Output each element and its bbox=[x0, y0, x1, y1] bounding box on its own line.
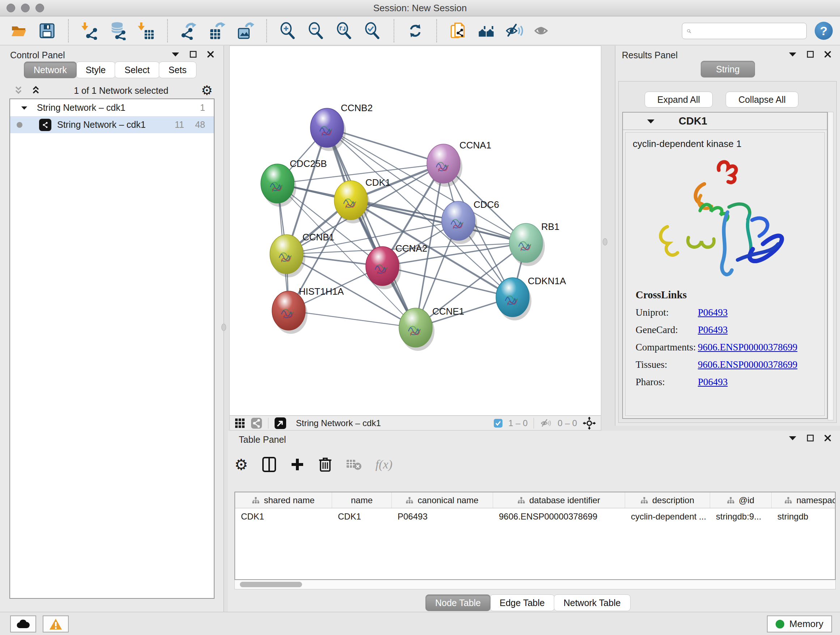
cloud-status-button[interactable] bbox=[10, 616, 36, 632]
column-header-database-identifier[interactable]: database identifier bbox=[493, 492, 625, 508]
grid-view-icon[interactable] bbox=[235, 418, 245, 428]
network-node-CCNA1[interactable] bbox=[427, 144, 460, 183]
apply-layout-button[interactable] bbox=[406, 21, 425, 40]
collapse-all-button[interactable]: Collapse All bbox=[726, 92, 798, 108]
column-header-name[interactable]: name bbox=[332, 492, 392, 508]
table-cell[interactable]: P06493 bbox=[392, 508, 493, 525]
pan-crosshair-icon[interactable] bbox=[583, 417, 596, 430]
zoom-in-button[interactable] bbox=[279, 21, 297, 40]
table-cell[interactable]: 9606.ENSP00000378699 bbox=[493, 508, 625, 525]
results-vertical-scrollbar[interactable] bbox=[828, 112, 834, 420]
function-builder-icon[interactable]: f(x) bbox=[376, 458, 393, 471]
panel-menu-icon[interactable] bbox=[172, 52, 180, 57]
network-node-CDC25B[interactable] bbox=[261, 164, 294, 203]
panel-menu-icon[interactable] bbox=[789, 435, 797, 440]
column-header-canonical-name[interactable]: canonical name bbox=[392, 492, 493, 508]
create-column-plus-icon[interactable] bbox=[290, 457, 305, 472]
warnings-button[interactable] bbox=[43, 616, 69, 632]
network-edge-CCNA2-CDKN1A[interactable] bbox=[382, 266, 513, 297]
tab-network-table[interactable]: Network Table bbox=[554, 594, 630, 611]
network-edge-HIST1H1A-CCNE1[interactable] bbox=[289, 310, 416, 328]
tab-style[interactable]: Style bbox=[76, 62, 116, 78]
collapse-section-icon[interactable] bbox=[647, 119, 655, 124]
network-node-CDKN1A[interactable] bbox=[496, 278, 529, 317]
table-row[interactable]: CDK1CDK1P064939606.ENSP00000378699cyclin… bbox=[235, 508, 835, 525]
export-network-button[interactable] bbox=[180, 21, 198, 40]
scrollbar-thumb[interactable] bbox=[240, 582, 302, 587]
network-node-CCNE1[interactable] bbox=[399, 308, 432, 347]
crosslink-link[interactable]: 9606.ENSP00000378699 bbox=[698, 359, 797, 371]
clone-network-button[interactable] bbox=[448, 21, 467, 40]
tab-select[interactable]: Select bbox=[115, 62, 159, 78]
network-node-CDK1[interactable] bbox=[334, 181, 368, 220]
export-table-button[interactable] bbox=[208, 21, 226, 40]
table-settings-gear-icon[interactable]: ⚙ bbox=[234, 456, 248, 473]
table-cell[interactable]: CDK1 bbox=[332, 508, 392, 525]
import-network-file-button[interactable] bbox=[80, 21, 99, 40]
network-node-RB1[interactable] bbox=[509, 223, 543, 263]
selected-indicator-checkbox[interactable] bbox=[494, 419, 502, 428]
network-edge-CCNB2-CCNE1[interactable] bbox=[327, 128, 416, 328]
save-session-button[interactable] bbox=[38, 21, 57, 40]
crosslink-link[interactable]: P06493 bbox=[698, 325, 728, 336]
delete-column-trash-icon[interactable] bbox=[318, 456, 332, 472]
float-panel-icon[interactable] bbox=[807, 434, 814, 442]
import-table-file-button[interactable] bbox=[137, 21, 156, 40]
crosslink-link[interactable]: P06493 bbox=[698, 377, 728, 388]
close-panel-icon[interactable] bbox=[207, 51, 214, 58]
network-row[interactable]: String Network – cdk11148 bbox=[10, 116, 214, 133]
network-options-gear-icon[interactable]: ⚙ bbox=[201, 85, 213, 96]
tab-sets[interactable]: Sets bbox=[159, 62, 196, 78]
birdseye-view-icon[interactable] bbox=[274, 417, 286, 429]
help-button[interactable]: ? bbox=[815, 22, 833, 40]
search-input[interactable] bbox=[694, 24, 806, 38]
float-panel-icon[interactable] bbox=[807, 51, 814, 58]
network-view-icon[interactable] bbox=[251, 417, 262, 429]
expand-tree-icon[interactable] bbox=[13, 85, 24, 96]
expand-all-button[interactable]: Expand All bbox=[645, 92, 713, 108]
open-session-button[interactable] bbox=[9, 21, 28, 40]
tab-network[interactable]: Network bbox=[24, 62, 77, 78]
memory-button[interactable]: Memory bbox=[767, 616, 832, 632]
zoom-fit-button[interactable] bbox=[335, 21, 354, 40]
close-panel-icon[interactable] bbox=[824, 51, 831, 58]
crosslink-link[interactable]: 9606.ENSP00000378699 bbox=[698, 342, 797, 353]
show-columns-icon[interactable] bbox=[262, 456, 276, 472]
network-canvas[interactable]: CCNB2CCNA1CDC25BCDK1CDC6RB1CCNB1CCNA2CDK… bbox=[229, 46, 601, 416]
zoom-selected-button[interactable] bbox=[363, 21, 382, 40]
collapse-tree-icon[interactable] bbox=[30, 85, 41, 96]
vertical-splitter-handle[interactable] bbox=[603, 238, 607, 245]
float-panel-icon[interactable] bbox=[189, 51, 197, 58]
delete-table-icon[interactable] bbox=[346, 458, 362, 470]
table-cell[interactable]: cyclin-dependent ... bbox=[625, 508, 710, 525]
table-horizontal-scrollbar[interactable] bbox=[234, 580, 836, 589]
first-neighbors-button[interactable] bbox=[477, 21, 496, 40]
hidden-eye-icon[interactable] bbox=[540, 418, 552, 429]
vertical-splitter-handle[interactable] bbox=[221, 324, 226, 331]
table-cell[interactable]: stringdb bbox=[772, 508, 836, 525]
column-header-description[interactable]: description bbox=[625, 492, 710, 508]
tab-string[interactable]: String bbox=[701, 61, 755, 78]
export-image-button[interactable] bbox=[236, 21, 255, 40]
table-cell[interactable]: CDK1 bbox=[235, 508, 332, 525]
show-all-button[interactable] bbox=[533, 21, 552, 40]
network-collection-row[interactable]: String Network – cdk11 bbox=[10, 99, 214, 116]
gene-section-header[interactable]: CDK1 bbox=[623, 112, 827, 130]
crosslink-link[interactable]: P06493 bbox=[698, 307, 728, 318]
tab-edge-table[interactable]: Edge Table bbox=[490, 594, 554, 611]
table-cell[interactable]: stringdb:9... bbox=[710, 508, 772, 525]
close-panel-icon[interactable] bbox=[824, 434, 831, 442]
network-node-CDC6[interactable] bbox=[442, 201, 475, 241]
network-node-CCNB1[interactable] bbox=[270, 234, 303, 274]
column-header-shared-name[interactable]: shared name bbox=[235, 492, 332, 508]
expander-triangle-icon[interactable] bbox=[21, 106, 27, 110]
column-header-namespace[interactable]: namespace bbox=[772, 492, 836, 508]
network-node-CCNB2[interactable] bbox=[310, 108, 344, 147]
import-network-database-button[interactable] bbox=[109, 21, 127, 40]
network-node-CCNA2[interactable] bbox=[366, 247, 399, 286]
zoom-out-button[interactable] bbox=[307, 21, 325, 40]
hide-selected-button[interactable] bbox=[505, 21, 524, 40]
tab-node-table[interactable]: Node Table bbox=[425, 594, 491, 611]
panel-menu-icon[interactable] bbox=[789, 52, 797, 57]
network-node-HIST1H1A[interactable] bbox=[272, 291, 305, 330]
